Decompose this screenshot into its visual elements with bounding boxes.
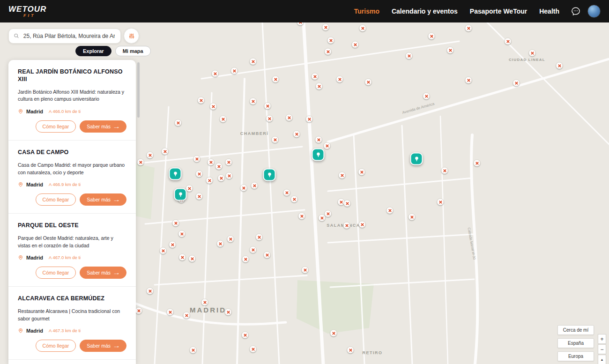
- place-card[interactable]: TEMPLO DE DEBOD El Templo de Debod es un…: [8, 360, 136, 364]
- map-poi-marker[interactable]: [227, 236, 234, 243]
- map-poi-marker[interactable]: [359, 25, 366, 32]
- map-poi-marker[interactable]: [325, 48, 332, 55]
- map-poi-marker[interactable]: [175, 119, 182, 126]
- more-button[interactable]: Saber más→: [80, 267, 126, 279]
- map-poi-marker[interactable]: [162, 148, 169, 155]
- map-poi-marker[interactable]: [172, 220, 179, 227]
- map-poi-marker[interactable]: [447, 47, 454, 54]
- chat-icon[interactable]: [570, 5, 582, 17]
- map-poi-marker[interactable]: [250, 58, 257, 65]
- map-poi-marker[interactable]: [441, 167, 448, 174]
- place-card[interactable]: CASA DE CAMPO Casa de Campo Madrid: el m…: [8, 141, 136, 214]
- zoom-in-button[interactable]: +: [598, 334, 606, 344]
- country-button[interactable]: España: [557, 338, 594, 348]
- map-poi-marker[interactable]: [217, 240, 224, 247]
- map-poi-marker[interactable]: [201, 299, 208, 306]
- map-poi-marker[interactable]: [215, 163, 223, 170]
- map-featured-marker[interactable]: [169, 168, 182, 180]
- directions-button[interactable]: Cómo llegar: [36, 267, 76, 279]
- map-poi-marker[interactable]: [319, 215, 326, 222]
- map-poi-marker[interactable]: [137, 159, 144, 166]
- map-poi-marker[interactable]: [343, 222, 350, 229]
- map-poi-marker[interactable]: [231, 67, 238, 74]
- map-poi-marker[interactable]: [147, 288, 154, 295]
- nav-turismo[interactable]: Turismo: [354, 7, 379, 15]
- map-poi-marker[interactable]: [513, 80, 520, 87]
- map-poi-marker[interactable]: [306, 116, 313, 123]
- map-poi-marker[interactable]: [358, 169, 365, 176]
- map-poi-marker[interactable]: [212, 70, 219, 77]
- map-poi-marker[interactable]: [359, 221, 366, 228]
- map-poi-marker[interactable]: [218, 175, 225, 182]
- map-poi-marker[interactable]: [423, 93, 430, 100]
- map-poi-marker[interactable]: [505, 38, 512, 45]
- map-poi-marker[interactable]: [339, 172, 346, 179]
- map-poi-marker[interactable]: [298, 213, 305, 220]
- place-card[interactable]: REAL JARDÍN BOTÁNICO ALFONSO XIII Jardín…: [8, 60, 136, 141]
- map-poi-marker[interactable]: [291, 196, 298, 203]
- map-poi-marker[interactable]: [167, 309, 174, 316]
- map-poi-marker[interactable]: [210, 103, 217, 110]
- map-poi-marker[interactable]: [315, 136, 322, 143]
- map-poi-marker[interactable]: [256, 234, 263, 241]
- map-poi-marker[interactable]: [406, 52, 413, 59]
- map-poi-marker[interactable]: [352, 41, 359, 48]
- map-poi-marker[interactable]: [302, 267, 309, 274]
- place-card[interactable]: PARQUE DEL OESTE Parque del Oeste Madrid…: [8, 214, 136, 287]
- more-button[interactable]: Saber más→: [80, 193, 126, 206]
- map-poi-marker[interactable]: [293, 131, 300, 138]
- directions-button[interactable]: Cómo llegar: [36, 193, 76, 206]
- tab-explorar[interactable]: Explorar: [75, 46, 111, 56]
- directions-button[interactable]: Cómo llegar: [36, 340, 76, 352]
- map-poi-marker[interactable]: [242, 256, 249, 263]
- tab-mi-mapa[interactable]: Mi mapa: [115, 46, 151, 56]
- continent-button[interactable]: Europa: [557, 351, 594, 361]
- map-poi-marker[interactable]: [325, 210, 332, 217]
- map-poi-marker[interactable]: [160, 247, 167, 254]
- map-poi-marker[interactable]: [189, 255, 196, 262]
- map-poi-marker[interactable]: [386, 207, 394, 214]
- map-poi-marker[interactable]: [220, 116, 227, 123]
- map-poi-marker[interactable]: [316, 83, 323, 90]
- map-poi-marker[interactable]: [225, 309, 232, 316]
- map-poi-marker[interactable]: [327, 37, 334, 44]
- map-poi-marker[interactable]: [196, 193, 203, 200]
- map-poi-marker[interactable]: [556, 62, 563, 69]
- map-poi-marker[interactable]: [251, 182, 258, 189]
- search-value[interactable]: [22, 32, 116, 40]
- map-poi-marker[interactable]: [178, 230, 186, 238]
- map-poi-marker[interactable]: [428, 33, 435, 40]
- map-poi-marker[interactable]: [208, 159, 215, 166]
- search-input[interactable]: [8, 29, 121, 44]
- map-poi-marker[interactable]: [465, 25, 472, 32]
- map-poi-marker[interactable]: [272, 136, 279, 143]
- map-poi-marker[interactable]: [312, 73, 319, 80]
- map-poi-marker[interactable]: [286, 114, 293, 121]
- filter-button[interactable]: [124, 28, 139, 44]
- map-poi-marker[interactable]: [322, 24, 329, 31]
- map-poi-marker[interactable]: [347, 347, 354, 354]
- nav-pasaporte[interactable]: Pasaporte WeTour: [470, 7, 527, 15]
- map-poi-marker[interactable]: [206, 177, 213, 184]
- map-poi-marker[interactable]: [264, 103, 271, 110]
- map-poi-marker[interactable]: [190, 347, 197, 354]
- map-poi-marker[interactable]: [365, 79, 372, 86]
- more-button[interactable]: Saber más→: [80, 120, 126, 133]
- map-poi-marker[interactable]: [198, 97, 205, 104]
- logo[interactable]: WETOUR FIT: [8, 5, 46, 18]
- map-poi-marker[interactable]: [250, 346, 257, 353]
- map-poi-marker[interactable]: [193, 156, 201, 163]
- map-poi-marker[interactable]: [186, 185, 193, 192]
- nav-health[interactable]: Health: [539, 7, 559, 15]
- zoom-out-button[interactable]: −: [598, 344, 606, 354]
- map-poi-marker[interactable]: [272, 76, 279, 83]
- map-poi-marker[interactable]: [408, 214, 416, 221]
- map-featured-marker[interactable]: [410, 153, 423, 165]
- map-featured-marker[interactable]: [312, 149, 325, 161]
- map-poi-marker[interactable]: [465, 77, 472, 84]
- map-poi-marker[interactable]: [529, 50, 536, 57]
- map-poi-marker[interactable]: [283, 189, 290, 196]
- map-poi-marker[interactable]: [324, 142, 331, 149]
- map-poi-marker[interactable]: [135, 307, 142, 314]
- map-poi-marker[interactable]: [250, 98, 257, 105]
